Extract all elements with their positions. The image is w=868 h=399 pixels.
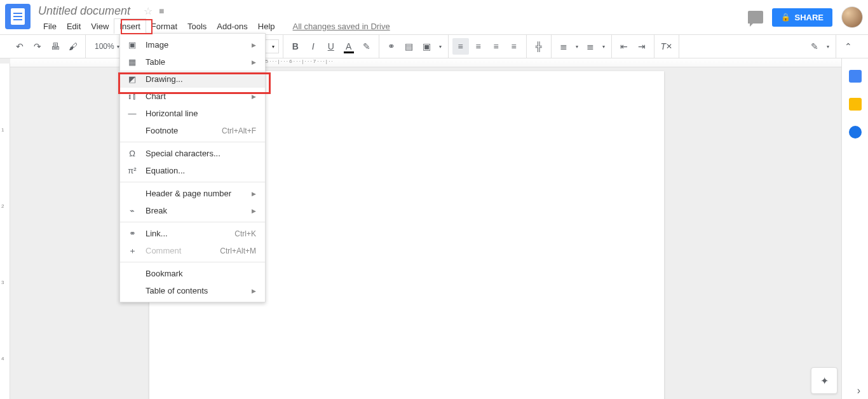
account-avatar[interactable] [841,6,863,28]
align-left-button[interactable]: ≡ [452,38,469,55]
print-button[interactable]: 🖶 [47,38,64,55]
menu-view[interactable]: View [86,19,114,34]
insert-comment-button[interactable]: ▤ [401,38,417,55]
tasks-icon[interactable] [849,126,862,139]
editing-mode-button[interactable]: ✎ [806,38,823,55]
line-spacing-button[interactable]: ╬ [531,38,547,55]
document-title-input[interactable] [38,4,140,18]
image-dropdown-icon[interactable]: ▾ [437,44,444,50]
menu-item-label: Table of contents [146,286,244,295]
bulleted-list-dropdown[interactable]: ▾ [600,44,607,50]
lock-icon: 🔒 [781,13,790,22]
insert-menu-dropdown: ▣Image▶▦Table▶◩Drawing...⫾⫿Chart▶—Horizo… [119,33,266,302]
insert-menu-drawing[interactable]: ◩Drawing... [120,71,265,88]
menu-item-label: Break [146,206,244,215]
insert-menu-table[interactable]: ▦Table▶ [120,53,265,71]
menu-item-label: Horizontal line [146,109,256,118]
menu-edit[interactable]: Edit [62,19,86,34]
bold-button[interactable]: B [287,38,304,55]
menu-shortcut: Ctrl+K [234,229,256,238]
share-button-label: SHARE [794,13,824,22]
decrease-indent-button[interactable]: ⇤ [616,38,632,55]
submenu-arrow-icon: ▶ [252,42,256,48]
paint-format-button[interactable]: 🖌 [65,38,81,55]
hr-icon: — [126,108,138,119]
insert-menu-horizontal-line[interactable]: —Horizontal line [120,105,265,122]
menu-item-label: Table [146,57,244,67]
side-panel-expand-icon[interactable]: › [857,385,860,396]
comment-icon: ＋ [126,245,138,257]
explore-button[interactable]: ✦ [811,367,837,394]
insert-menu-special-characters[interactable]: ΩSpecial characters... [120,145,265,162]
menu-format[interactable]: Format [146,19,182,34]
menu-insert[interactable]: Insert [114,18,146,34]
menu-item-label: Footnote [146,126,214,135]
move-folder-icon[interactable]: ■ [159,6,164,16]
menu-file[interactable]: File [38,19,62,34]
save-status[interactable]: All changes saved in Drive [293,22,390,31]
ruler-tick: 3 [1,280,4,285]
link-icon: ⚭ [126,228,138,240]
vertical-ruler[interactable]: 1234 [0,64,10,399]
align-justify-button[interactable]: ≡ [506,38,522,55]
insert-menu-table-of-contents[interactable]: Table of contents▶ [120,282,265,299]
insert-menu-image[interactable]: ▣Image▶ [120,36,265,53]
collapse-toolbar-button[interactable]: ⌃ [840,38,857,55]
insert-image-button[interactable]: ▣ [419,38,435,55]
menu-tools[interactable]: Tools [182,19,212,34]
ruler-tick: 4 [1,356,4,362]
menu-item-label: Drawing... [146,74,256,84]
header-icon [126,188,138,200]
highlight-button[interactable]: ✎ [358,38,375,55]
submenu-arrow-icon: ▶ [252,59,256,65]
text-color-button[interactable]: A [341,38,357,55]
chart-icon: ⫾⫿ [126,91,138,102]
increase-indent-button[interactable]: ⇥ [634,38,650,55]
special-char-icon: Ω [126,148,138,159]
insert-menu-break[interactable]: ⌁Break▶ [120,202,265,219]
insert-menu-bookmark[interactable]: Bookmark [120,265,265,282]
bulleted-list-button[interactable]: ≣ [582,38,599,55]
calendar-icon[interactable] [849,70,862,83]
editing-mode-dropdown[interactable]: ▾ [824,44,832,50]
menu-help[interactable]: Help [253,19,280,34]
align-right-button[interactable]: ≡ [488,38,505,55]
submenu-arrow-icon: ▶ [252,191,256,197]
docs-logo[interactable] [5,4,31,29]
menu-item-label: Bookmark [146,269,256,278]
menu-item-label: Equation... [146,166,256,175]
redo-button[interactable]: ↷ [29,38,46,55]
star-icon[interactable]: ☆ [144,5,153,17]
side-panel [841,58,868,399]
clear-formatting-button[interactable]: T✕ [658,38,675,55]
open-comments-button[interactable] [748,11,763,24]
numbered-list-button[interactable]: ≣ [555,38,572,55]
ruler-tick: 1 [1,127,4,133]
menubar: FileEditViewInsertFormatToolsAdd-onsHelp… [38,18,748,34]
table-icon: ▦ [126,57,138,68]
insert-menu-footnote[interactable]: FootnoteCtrl+Alt+F [120,122,265,139]
image-icon: ▣ [126,39,138,51]
insert-link-button[interactable]: ⚭ [383,38,400,55]
numbered-list-dropdown[interactable]: ▾ [573,44,581,50]
insert-menu-equation[interactable]: π²Equation... [120,162,265,179]
insert-menu-link[interactable]: ⚭Link...Ctrl+K [120,225,265,242]
menu-shortcut: Ctrl+Alt+M [220,247,256,255]
keep-icon[interactable] [849,98,862,111]
menu-item-label: Comment [146,246,212,255]
break-icon: ⌁ [126,205,138,217]
submenu-arrow-icon: ▶ [252,288,256,294]
footnote-icon [126,125,138,137]
share-button[interactable]: 🔒 SHARE [772,8,832,27]
menu-add-ons[interactable]: Add-ons [212,19,252,34]
equation-icon: π² [126,165,138,177]
insert-menu-chart[interactable]: ⫾⫿Chart▶ [120,88,265,105]
italic-button[interactable]: I [305,38,322,55]
underline-button[interactable]: U [323,38,339,55]
align-center-button[interactable]: ≡ [470,38,487,55]
undo-button[interactable]: ↶ [11,38,28,55]
insert-menu-header-page-number[interactable]: Header & page number▶ [120,185,265,202]
menu-item-label: Header & page number [146,189,244,198]
menu-item-label: Chart [146,91,244,101]
menu-shortcut: Ctrl+Alt+F [222,126,256,135]
